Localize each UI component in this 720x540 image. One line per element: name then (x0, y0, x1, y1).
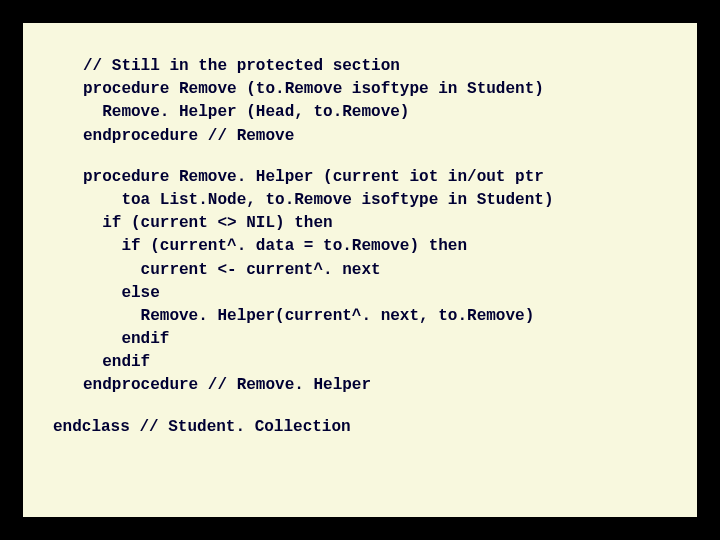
spacer (43, 148, 677, 166)
slide-frame: // Still in the protected section proced… (20, 20, 700, 520)
code-line: endprocedure // Remove (83, 125, 677, 148)
code-line: endprocedure // Remove. Helper (83, 374, 677, 397)
code-line: endif (83, 328, 677, 351)
code-line-endclass: endclass // Student. Collection (53, 416, 677, 439)
code-line: Remove. Helper(current^. next, to.Remove… (83, 305, 677, 328)
code-line: procedure Remove. Helper (current iot in… (83, 166, 677, 189)
code-line: current <- current^. next (83, 259, 677, 282)
spacer (43, 398, 677, 416)
code-line: else (83, 282, 677, 305)
code-line: Remove. Helper (Head, to.Remove) (83, 101, 677, 124)
code-line: if (current^. data = to.Remove) then (83, 235, 677, 258)
code-line-comment: // Still in the protected section (83, 55, 677, 78)
code-line: toa List.Node, to.Remove isoftype in Stu… (83, 189, 677, 212)
code-line: endif (83, 351, 677, 374)
code-line: procedure Remove (to.Remove isoftype in … (83, 78, 677, 101)
code-line: if (current <> NIL) then (83, 212, 677, 235)
